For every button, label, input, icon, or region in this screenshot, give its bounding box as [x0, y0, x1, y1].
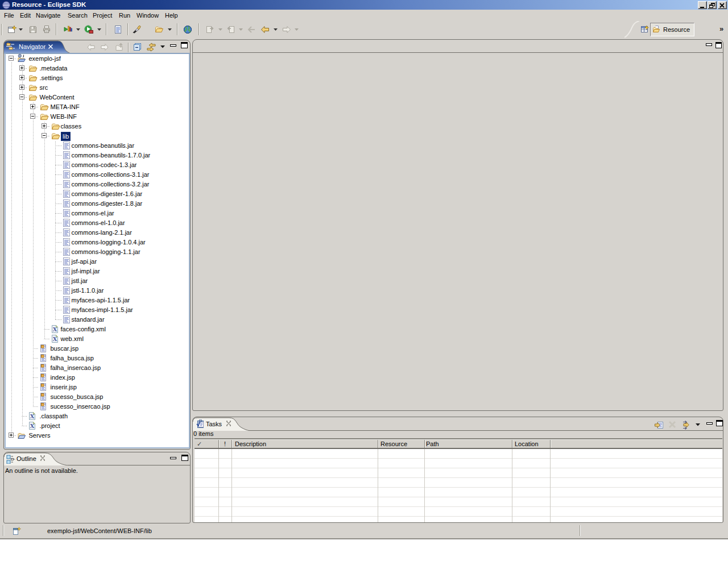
svg-text:X: X: [30, 422, 35, 429]
svg-text:X: X: [30, 413, 35, 419]
svg-text:X: X: [53, 335, 57, 342]
svg-text:X: X: [53, 326, 57, 332]
